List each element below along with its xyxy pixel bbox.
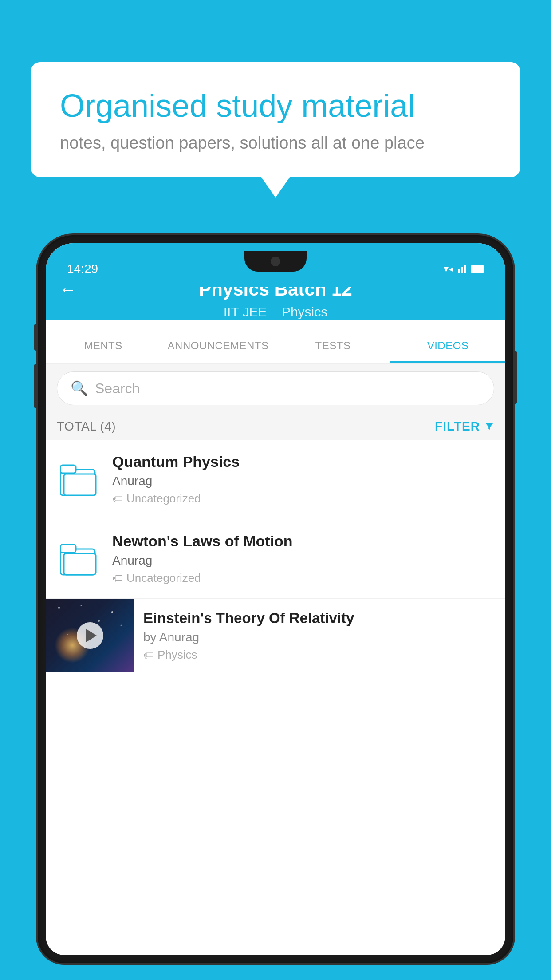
status-time: 14:29: [67, 262, 98, 276]
list-item[interactable]: Newton's Laws of Motion Anurag 🏷 Uncateg…: [46, 519, 505, 599]
volume-down-button: [34, 364, 38, 408]
volume-up-button: [34, 324, 38, 351]
svg-rect-1: [60, 465, 76, 473]
svg-point-11: [98, 620, 100, 622]
filter-funnel-icon: [484, 422, 494, 431]
list-item[interactable]: Quantum Physics Anurag 🏷 Uncategorized: [46, 440, 505, 519]
item-tag: 🏷 Uncategorized: [112, 492, 494, 506]
item-title: Einstein's Theory Of Relativity: [143, 610, 496, 627]
search-placeholder: Search: [95, 380, 140, 397]
tag-label: Uncategorized: [126, 571, 201, 585]
bubble-title: Organised study material: [60, 87, 491, 125]
folder-icon: [60, 462, 98, 497]
filter-bar: TOTAL (4) FILTER: [46, 413, 505, 440]
svg-point-7: [81, 605, 82, 606]
speech-bubble-card: Organised study material notes, question…: [31, 62, 520, 177]
wifi-icon: ▾◂: [444, 263, 453, 275]
item-info-newton: Newton's Laws of Motion Anurag 🏷 Uncateg…: [112, 533, 494, 585]
item-info-quantum: Quantum Physics Anurag 🏷 Uncategorized: [112, 453, 494, 506]
front-camera: [271, 257, 280, 266]
tag-icon: 🏷: [143, 649, 154, 661]
header-subtitle: IIT JEE Physics: [59, 304, 492, 320]
signal-bar-2: [461, 267, 463, 273]
notch: [244, 251, 307, 272]
video-list: Quantum Physics Anurag 🏷 Uncategorized: [46, 440, 505, 673]
phone-mockup: 14:29 ▾◂: [38, 235, 513, 980]
item-thumbnail-einstein: [46, 599, 134, 672]
item-author: Anurag: [112, 553, 494, 568]
header-tag-physics: Physics: [282, 304, 327, 319]
tag-label: Physics: [157, 648, 197, 662]
signal-icon: [458, 265, 466, 273]
phone-outer-shell: 14:29 ▾◂: [38, 235, 513, 963]
signal-bar-1: [458, 269, 460, 273]
phone-screen: 14:29 ▾◂: [46, 243, 505, 955]
filter-label: FILTER: [435, 419, 480, 434]
svg-rect-4: [60, 545, 76, 553]
item-title: Newton's Laws of Motion: [112, 533, 494, 550]
power-button: [513, 351, 517, 404]
item-author: by Anurag: [143, 630, 496, 644]
svg-rect-5: [64, 553, 96, 575]
battery-icon: [471, 265, 484, 273]
tabs-bar: MENTS ANNOUNCEMENTS TESTS VIDEOS: [46, 328, 505, 364]
svg-point-6: [58, 607, 60, 609]
folder-icon: [60, 541, 98, 577]
search-bar-wrapper: 🔍 Search: [46, 364, 505, 413]
tab-tests[interactable]: TESTS: [276, 328, 390, 363]
item-thumbnail-quantum: [57, 462, 101, 497]
status-bar: 14:29 ▾◂: [54, 251, 497, 287]
signal-bar-3: [464, 265, 466, 273]
tab-ments[interactable]: MENTS: [46, 328, 161, 363]
play-button[interactable]: [77, 622, 103, 649]
list-item[interactable]: Einstein's Theory Of Relativity by Anura…: [46, 599, 505, 673]
tab-videos[interactable]: VIDEOS: [390, 328, 505, 363]
filter-button[interactable]: FILTER: [435, 419, 494, 434]
header-tag-iit: IIT JEE: [224, 304, 267, 319]
status-icons: ▾◂: [444, 263, 484, 275]
svg-point-8: [111, 611, 113, 613]
item-author: Anurag: [112, 474, 494, 488]
tab-announcements[interactable]: ANNOUNCEMENTS: [161, 328, 276, 363]
item-tag: 🏷 Uncategorized: [112, 571, 494, 585]
svg-point-9: [121, 625, 122, 626]
item-info-einstein: Einstein's Theory Of Relativity by Anura…: [134, 599, 505, 673]
tag-icon: 🏷: [112, 493, 123, 505]
speech-bubble-section: Organised study material notes, question…: [31, 62, 520, 177]
item-title: Quantum Physics: [112, 453, 494, 470]
item-tag: 🏷 Physics: [143, 648, 496, 662]
play-triangle-icon: [86, 629, 97, 642]
tag-icon: 🏷: [112, 572, 123, 585]
search-bar[interactable]: 🔍 Search: [57, 371, 494, 405]
search-icon: 🔍: [71, 380, 88, 397]
svg-rect-2: [64, 474, 96, 495]
svg-point-10: [67, 634, 68, 635]
bubble-subtitle: notes, question papers, solutions all at…: [60, 134, 491, 153]
tag-label: Uncategorized: [126, 492, 201, 506]
item-thumbnail-newton: [57, 541, 101, 577]
total-count: TOTAL (4): [57, 419, 116, 434]
